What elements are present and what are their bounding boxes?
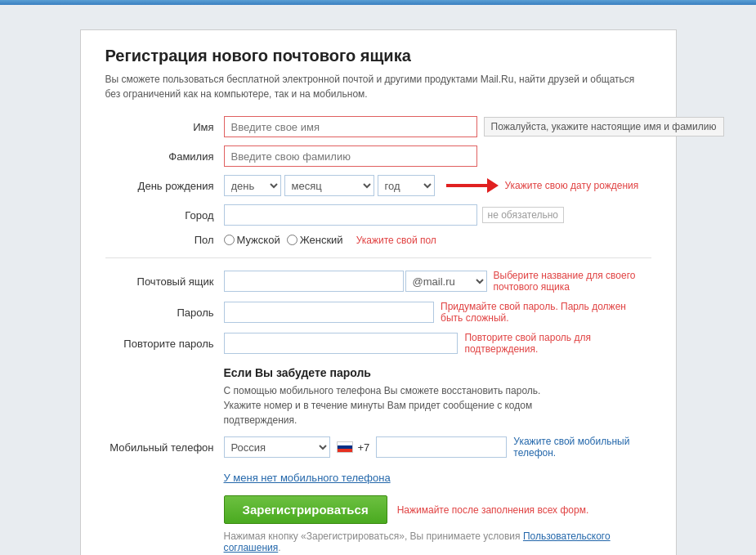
birthdate-row: День рождения день месяц январь февраль … xyxy=(105,175,651,196)
terms-row: Нажимая кнопку «Зарегистрироваться», Вы … xyxy=(224,530,651,553)
birthdate-hint: Укажите свою дату рождения xyxy=(499,180,639,191)
divider-1 xyxy=(105,257,651,258)
confirm-input[interactable] xyxy=(224,333,459,354)
city-label: Город xyxy=(105,209,224,222)
register-row: Зарегистрироваться Нажимайте после запол… xyxy=(224,495,651,524)
radio-group: Мужской Женский Укажите свой пол xyxy=(224,234,436,246)
email-hint: Выберите название для своего почтового я… xyxy=(487,270,651,293)
birthdate-label: День рождения xyxy=(105,180,224,192)
russia-flag xyxy=(337,441,353,453)
surname-label: Фамилия xyxy=(105,150,224,163)
form-subtitle: Вы сможете пользоваться бесплатной элект… xyxy=(105,72,651,101)
email-domain-wrapper: @mail.ru @inbox.ru @list.ru @bk.ru xyxy=(224,271,487,292)
email-label: Почтовый ящик xyxy=(105,275,224,288)
gender-row: Пол Мужской Женский Укажите свой пол xyxy=(105,234,651,246)
phone-hint: Укажите свой мобильный телефон. xyxy=(507,436,651,459)
terms-text: Нажимая кнопку «Зарегистрироваться», Вы … xyxy=(224,530,521,542)
month-select[interactable]: месяц январь февраль март апрель май июн… xyxy=(284,175,374,196)
password-row: Пароль Придумайте свой пароль. Парль дол… xyxy=(105,301,651,324)
arrow-head xyxy=(487,178,499,193)
form-container: Регистрация нового почтового ящика Вы см… xyxy=(80,29,677,555)
password-field: Придумайте свой пароль. Парль должен быт… xyxy=(224,301,651,324)
forgot-title: Если Вы забудете пароль xyxy=(224,366,651,379)
form-title: Регистрация нового почтового ящика xyxy=(105,47,651,65)
domain-select[interactable]: @mail.ru @inbox.ru @list.ru @bk.ru xyxy=(405,271,487,292)
male-radio[interactable] xyxy=(224,235,235,245)
no-phone-wrapper: У меня нет мобильного телефона xyxy=(105,467,651,484)
city-not-required: не обязательно xyxy=(482,207,565,223)
male-text: Мужской xyxy=(237,234,280,246)
email-input[interactable] xyxy=(224,271,404,292)
city-input[interactable] xyxy=(224,204,477,226)
forgot-section: Если Вы забудете пароль С помощью мобиль… xyxy=(224,366,651,427)
email-field: @mail.ru @inbox.ru @list.ru @bk.ru Выбер… xyxy=(224,270,651,293)
arrow-line xyxy=(446,184,487,187)
city-field: не обязательно xyxy=(224,204,651,226)
city-row: Город не обязательно xyxy=(105,204,651,226)
phone-controls: Россия +7 xyxy=(224,436,508,458)
surname-field xyxy=(224,145,651,167)
name-field: Пожалуйста, укажите настоящие имя и фами… xyxy=(224,116,724,137)
year-select[interactable]: год xyxy=(378,175,435,196)
name-hint: Пожалуйста, укажите настоящие имя и фами… xyxy=(484,117,724,137)
gender-field: Мужской Женский Укажите свой пол xyxy=(224,234,651,246)
gender-hint: Укажите свой пол xyxy=(350,235,436,246)
page-wrapper: Регистрация нового почтового ящика Вы см… xyxy=(0,5,756,555)
phone-label: Мобильный телефон xyxy=(105,441,224,454)
forgot-text: С помощью мобильного телефона Вы сможете… xyxy=(224,383,567,427)
confirm-hint: Повторите свой пароль для подтверждения. xyxy=(458,332,651,355)
password-input[interactable] xyxy=(224,302,435,323)
phone-row: Мобильный телефон Россия +7 Укажите свой… xyxy=(105,436,651,459)
confirm-label: Повторите пароль xyxy=(105,338,224,350)
password-hint: Придумайте свой пароль. Парль должен быт… xyxy=(434,301,651,324)
male-label[interactable]: Мужской xyxy=(224,234,280,246)
confirm-field: Повторите свой пароль для подтверждения. xyxy=(224,332,651,355)
surname-row: Фамилия xyxy=(105,145,651,167)
birthdate-field: день месяц январь февраль март апрель ма… xyxy=(224,175,651,196)
password-label: Пароль xyxy=(105,307,224,319)
name-label: Имя xyxy=(105,121,224,133)
no-phone-link[interactable]: У меня нет мобильного телефона xyxy=(224,472,391,484)
register-hint: Нажимайте после заполнения всех форм. xyxy=(387,504,589,516)
phone-code: +7 xyxy=(358,441,370,454)
birthdate-arrow xyxy=(446,178,499,193)
email-row: Почтовый ящик @mail.ru @inbox.ru @list.r… xyxy=(105,270,651,293)
name-input[interactable] xyxy=(224,116,477,137)
register-button[interactable]: Зарегистрироваться xyxy=(224,495,387,524)
country-select[interactable]: Россия xyxy=(224,436,330,458)
female-radio[interactable] xyxy=(287,235,297,245)
day-select[interactable]: день xyxy=(224,175,281,196)
phone-country-wrapper: Россия xyxy=(224,436,330,458)
female-label[interactable]: Женский xyxy=(287,234,343,246)
confirm-row: Повторите пароль Повторите свой пароль д… xyxy=(105,332,651,355)
phone-input[interactable] xyxy=(376,436,507,458)
name-row: Имя Пожалуйста, укажите настоящие имя и … xyxy=(105,116,651,137)
phone-field: Россия +7 Укажите свой мобильный телефон… xyxy=(224,436,651,459)
gender-label: Пол xyxy=(105,234,224,246)
female-text: Женский xyxy=(300,234,343,246)
surname-input[interactable] xyxy=(224,145,477,167)
